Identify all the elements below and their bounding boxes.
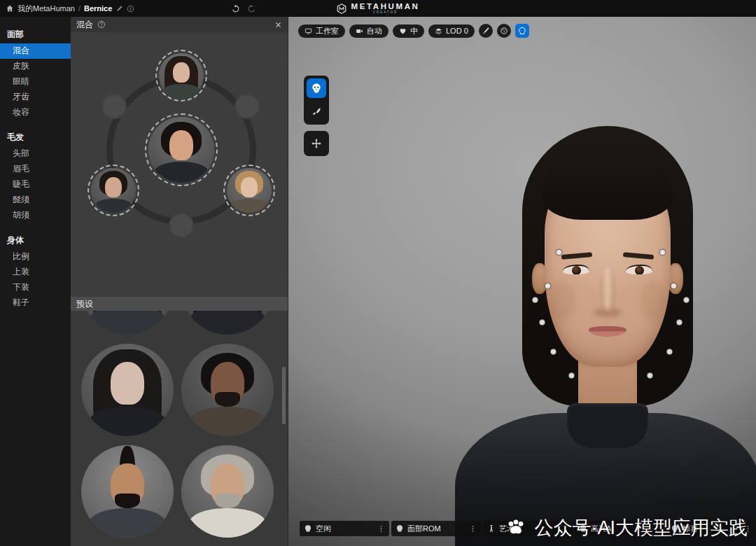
sidebar-item-head-hair[interactable]: 头部	[0, 146, 71, 162]
viewport-canvas[interactable]: 工作室自动中LOD 0 空闲面部ROM艺术性高兴A惊喜 公众号·AI大模型应用实…	[288, 17, 756, 546]
lips	[589, 326, 626, 337]
sidebar-item-eyes[interactable]: 眼睛	[0, 74, 71, 90]
metahuman-creator-app: 我的MetaHuman / Bernice METAHUMAN CREATOR …	[0, 0, 756, 546]
kebab-menu-icon[interactable]	[377, 525, 385, 533]
history-controls	[231, 0, 256, 17]
skull-icon	[311, 83, 322, 94]
preset-avatar[interactable]	[81, 445, 174, 538]
watermark: 公众号·AI大模型应用实践	[504, 515, 748, 540]
anim-slot-label: 空闲	[316, 524, 331, 534]
cheek-shading-right	[640, 280, 666, 321]
blend-node-bottom-left[interactable]	[91, 168, 136, 213]
face-control-point[interactable]	[659, 249, 666, 255]
scrollbar-thumb[interactable]	[282, 367, 286, 424]
face-control-point[interactable]	[683, 297, 690, 303]
face-control-point[interactable]	[532, 297, 538, 303]
preset-avatar[interactable]	[81, 344, 174, 436]
toolbar-button-quality[interactable]: 中	[393, 24, 424, 38]
face-control-point[interactable]	[676, 319, 682, 326]
sculpt-tool-stack	[304, 76, 329, 156]
sidebar-item-teeth[interactable]: 牙齿	[0, 90, 71, 105]
toolbar-icon-button-paint[interactable]	[497, 24, 511, 38]
sidebar-item-beard[interactable]: 胡须	[0, 208, 71, 223]
preset-avatar[interactable]	[181, 445, 274, 538]
toolbar-pill-label: 工作室	[316, 26, 339, 36]
viewport-toolbar: 工作室自动中LOD 0	[298, 24, 529, 38]
nose-shadow	[594, 308, 622, 317]
blend-panel-header: 混合	[71, 17, 288, 33]
sidebar-item-proportions[interactable]: 比例	[0, 249, 71, 265]
close-icon[interactable]	[274, 21, 282, 29]
kebab-menu-icon[interactable]	[469, 525, 477, 533]
presets-header: 预设	[76, 298, 93, 310]
blend-node-right[interactable]	[234, 94, 260, 119]
preset-avatar[interactable]	[181, 311, 274, 335]
top-bar: 我的MetaHuman / Bernice METAHUMAN CREATOR	[0, 0, 756, 17]
face-control-point[interactable]	[671, 283, 677, 289]
anim-slot-label: 面部ROM	[407, 524, 441, 534]
toolbar-icon-button-sculpt-pen[interactable]	[479, 24, 493, 38]
heart-icon	[399, 27, 407, 35]
sidebar-item-mustache[interactable]: 髭须	[0, 192, 71, 208]
sidebar-item-blend[interactable]: 混合	[0, 43, 71, 59]
avatar-thumbnail	[81, 344, 174, 436]
toolbar-icon-button-preview[interactable]	[515, 24, 529, 38]
face-control-point[interactable]	[568, 372, 575, 379]
tool-button-blend-skull[interactable]	[307, 78, 326, 98]
tool-button-move[interactable]	[307, 134, 326, 153]
sidebar-item-bottoms[interactable]: 下装	[0, 280, 71, 295]
sidebar-item-eyelashes[interactable]: 睫毛	[0, 177, 71, 192]
sidebar-item-makeup[interactable]: 妆容	[0, 105, 71, 120]
home-icon[interactable]	[6, 4, 14, 13]
blend-node-top[interactable]	[159, 53, 204, 98]
toolbar-button-studio[interactable]: 工作室	[298, 24, 345, 38]
sidebar: 面部混合皮肤眼睛牙齿妆容毛发头部眉毛睫毛髭须胡须身体比例上装下装鞋子	[0, 17, 71, 546]
panel-title: 混合	[76, 19, 93, 31]
sidebar-item-shoes[interactable]: 鞋子	[0, 295, 71, 311]
avatar-thumbnail	[91, 168, 136, 213]
toolbar-button-auto-camera[interactable]: 自动	[349, 24, 388, 38]
toolbar-button-lod[interactable]: LOD 0	[428, 24, 475, 38]
sidebar-item-skin[interactable]: 皮肤	[0, 59, 71, 74]
blend-node-center[interactable]	[148, 117, 214, 183]
blend-node-bottom-right[interactable]	[227, 168, 272, 213]
tool-group	[304, 76, 329, 125]
blend-node-left[interactable]	[102, 94, 127, 119]
tool-button-hair-brush[interactable]	[307, 102, 326, 122]
metahuman-logo: METAHUMAN CREATOR	[337, 0, 420, 17]
face-control-point[interactable]	[556, 249, 562, 255]
avatar-thumbnail	[159, 53, 204, 98]
undo-icon[interactable]	[231, 4, 240, 13]
preset-avatar[interactable]	[81, 311, 174, 335]
info-icon[interactable]	[127, 5, 134, 13]
face-control-point[interactable]	[666, 349, 673, 355]
face-control-point[interactable]	[539, 319, 545, 326]
blend-node-bottom[interactable]	[169, 213, 194, 238]
help-icon[interactable]	[97, 20, 106, 29]
blend-widget	[71, 32, 288, 297]
move-icon	[311, 138, 322, 149]
paint-icon	[500, 27, 508, 35]
face-icon	[396, 524, 404, 533]
face-control-point[interactable]	[550, 349, 556, 355]
toolbar-pill-label: 自动	[367, 26, 382, 36]
shirt-collar	[567, 403, 648, 448]
face-control-point[interactable]	[647, 372, 653, 379]
avatar-thumbnail	[148, 117, 214, 183]
preset-avatar[interactable]	[181, 344, 274, 436]
sidebar-item-eyebrows[interactable]: 眉毛	[0, 162, 71, 177]
eye-right	[626, 265, 652, 274]
nose	[600, 269, 615, 312]
cheek-shading-left	[549, 280, 575, 321]
anim-slot-face-rom[interactable]: 面部ROM	[391, 521, 481, 536]
face-control-point[interactable]	[545, 283, 551, 289]
sidebar-section-header: 面部	[0, 27, 71, 43]
character-head	[288, 17, 756, 546]
anim-slot-idle[interactable]: 空闲	[300, 521, 389, 536]
paw-icon	[504, 516, 528, 540]
redo-icon[interactable]	[247, 4, 256, 13]
rename-icon[interactable]	[115, 5, 123, 13]
breadcrumb-root[interactable]: 我的MetaHuman	[18, 4, 75, 14]
sidebar-item-tops[interactable]: 上装	[0, 265, 71, 280]
blend-panel: 混合 预设	[71, 17, 288, 546]
